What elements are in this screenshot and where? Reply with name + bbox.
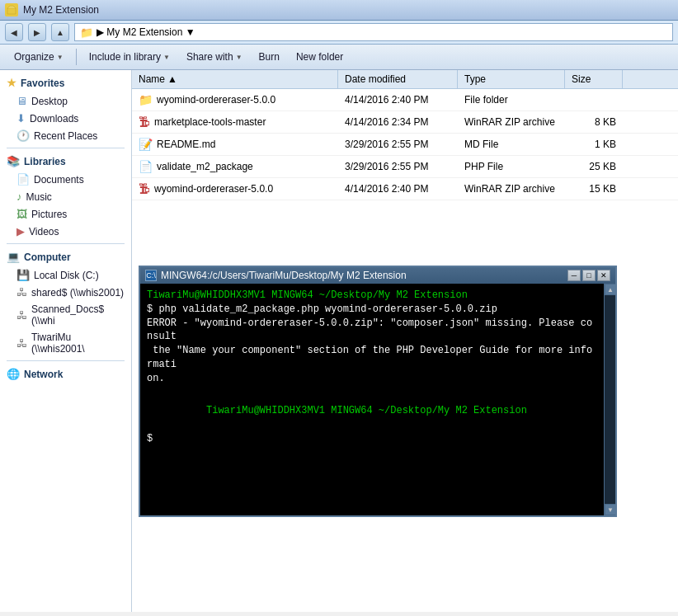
toolbar: Organize ▼ Include in library ▼ Share wi…	[0, 45, 678, 70]
table-row[interactable]: 📝 README.md 3/29/2016 2:55 PM MD File 1 …	[132, 134, 678, 156]
terminal-title: MINGW64:/c/Users/TiwariMu/Desktop/My M2 …	[161, 270, 407, 281]
computer-header[interactable]: 💻 Computer	[0, 247, 131, 266]
zip-icon-1: 🗜	[139, 115, 150, 129]
up-button[interactable]: ▲	[51, 23, 69, 41]
network-label: Network	[24, 369, 63, 380]
favorites-label: Favorites	[21, 78, 64, 89]
col-header-size[interactable]: Size	[565, 70, 623, 88]
sidebar-item-shared3[interactable]: 🖧 TiwariMu (\\whis2001\	[0, 329, 131, 357]
sidebar-item-downloads[interactable]: ⬇ Downloads	[0, 110, 131, 127]
videos-icon: ▶	[16, 225, 25, 237]
share-with-button[interactable]: Share with ▼	[179, 48, 250, 66]
file-size-4: 15 KB	[565, 181, 623, 196]
sidebar-item-shared1-label: shared$ (\\whis2001)	[31, 287, 124, 299]
new-folder-button[interactable]: New folder	[289, 48, 351, 66]
table-row[interactable]: 📄 validate_m2_package 3/29/2016 2:55 PM …	[132, 156, 678, 178]
shared3-icon: 🖧	[16, 337, 27, 350]
zip-icon-4: 🗜	[139, 182, 150, 195]
favorites-header[interactable]: ★ Favorites	[0, 73, 131, 92]
file-date-4: 4/14/2016 2:40 PM	[338, 181, 458, 196]
music-icon: ♪	[16, 190, 22, 203]
address-path: ▶ My M2 Extension ▼	[97, 26, 195, 38]
forward-button[interactable]: ▶	[28, 23, 46, 41]
svg-rect-0	[7, 8, 16, 14]
toolbar-separator-1	[76, 49, 77, 65]
file-type-3: PHP File	[458, 159, 565, 174]
table-row[interactable]: 🗜 marketplace-tools-master 4/14/2016 2:3…	[132, 111, 678, 134]
terminal-close-button[interactable]: ✕	[597, 270, 610, 281]
back-button[interactable]: ◀	[5, 23, 23, 41]
file-date-2: 3/29/2016 2:55 PM	[338, 137, 458, 152]
computer-section: 💻 Computer 💾 Local Disk (C:) 🖧 shared$ (…	[0, 247, 131, 357]
sidebar-divider-2	[7, 243, 125, 244]
terminal-window: C:\ MINGW64:/c/Users/TiwariMu/Desktop/My…	[139, 266, 617, 517]
sidebar-item-shared1[interactable]: 🖧 shared$ (\\whis2001)	[0, 284, 131, 301]
sidebar-item-documents[interactable]: 📄 Documents	[0, 171, 131, 188]
address-input[interactable]: 📁 ▶ My M2 Extension ▼	[74, 23, 673, 41]
terminal-prompt-1: TiwariMu@WHIDDHX3MV1 MINGW64 ~/Desktop/M…	[147, 289, 597, 303]
organize-dropdown-arrow: ▼	[57, 54, 64, 61]
burn-button[interactable]: Burn	[252, 48, 287, 66]
terminal-prompt-2-text: TiwariMu@WHIDDHX3MV1 MINGW64 ~/Desktop/M…	[206, 405, 527, 416]
file-type-0: File folder	[458, 92, 565, 107]
col-header-date[interactable]: Date modified	[338, 70, 458, 88]
file-date-3: 3/29/2016 2:55 PM	[338, 159, 458, 174]
file-name-3: 📄 validate_m2_package	[132, 158, 338, 175]
window-title: My M2 Extension	[23, 4, 99, 16]
share-with-label: Share with	[186, 51, 233, 63]
libraries-folder-icon: 📚	[7, 155, 20, 167]
share-with-dropdown-arrow: ▼	[236, 54, 242, 61]
organize-button[interactable]: Organize ▼	[7, 48, 71, 66]
sidebar-item-videos[interactable]: ▶ Videos	[0, 223, 131, 240]
terminal-scroll-down[interactable]: ▼	[605, 504, 615, 515]
include-library-button[interactable]: Include in library ▼	[82, 48, 177, 66]
terminal-titlebar: C:\ MINGW64:/c/Users/TiwariMu/Desktop/My…	[140, 267, 615, 284]
favorites-star-icon: ★	[7, 77, 16, 89]
libraries-header[interactable]: 📚 Libraries	[0, 152, 131, 171]
terminal-scroll-up[interactable]: ▲	[605, 284, 615, 295]
sidebar-item-videos-label: Videos	[29, 226, 59, 237]
table-row[interactable]: 🗜 wyomind-ordereraser-5.0.0 4/14/2016 2:…	[132, 178, 678, 200]
computer-icon: 💻	[7, 251, 20, 263]
network-section: 🌐 Network	[0, 364, 131, 383]
sidebar-item-localdisk[interactable]: 💾 Local Disk (C:)	[0, 266, 131, 284]
terminal-restore-button[interactable]: □	[582, 270, 596, 281]
sidebar-divider-3	[7, 360, 125, 361]
network-header[interactable]: 🌐 Network	[0, 364, 131, 383]
sidebar-item-music[interactable]: ♪ Music	[0, 188, 131, 205]
terminal-scrollbar[interactable]: ▲ ▼	[604, 284, 615, 515]
burn-label: Burn	[259, 51, 280, 63]
sidebar-item-recent[interactable]: 🕐 Recent Places	[0, 127, 131, 144]
terminal-body[interactable]: TiwariMu@WHIDDHX3MV1 MINGW64 ~/Desktop/M…	[140, 284, 604, 515]
sidebar-divider-1	[7, 148, 125, 148]
libraries-label: Libraries	[24, 156, 66, 167]
file-size-0	[565, 98, 623, 101]
md-icon-2: 📝	[139, 138, 153, 151]
col-header-type[interactable]: Type	[458, 70, 565, 88]
address-bar: ◀ ▶ ▲ 📁 ▶ My M2 Extension ▼	[0, 21, 678, 45]
file-date-0: 4/14/2016 2:40 PM	[338, 92, 458, 107]
folder-icon-0: 📁	[139, 93, 153, 106]
include-library-label: Include in library	[89, 51, 161, 63]
sidebar-item-documents-label: Documents	[34, 174, 84, 186]
computer-label: Computer	[24, 252, 71, 263]
file-name-0: 📁 wyomind-ordereraser-5.0.0	[132, 92, 338, 108]
favorites-section: ★ Favorites 🖥 Desktop ⬇ Downloads 🕐 Rece…	[0, 73, 131, 144]
sidebar-item-pictures[interactable]: 🖼 Pictures	[0, 205, 131, 223]
network-icon: 🌐	[7, 368, 20, 380]
col-header-name[interactable]: Name ▲	[132, 70, 338, 88]
sidebar-item-desktop[interactable]: 🖥 Desktop	[0, 92, 131, 110]
organize-label: Organize	[14, 51, 54, 63]
terminal-content: TiwariMu@WHIDDHX3MV1 MINGW64 ~/Desktop/M…	[140, 284, 615, 515]
localdisk-icon: 💾	[16, 269, 30, 281]
terminal-error-3: on.	[147, 372, 597, 386]
file-size-2: 1 KB	[565, 137, 623, 152]
file-list-header: Name ▲ Date modified Type Size	[132, 70, 678, 89]
terminal-error-1: ERROR - "wyomind-ordereraser-5.0.0.zip":…	[147, 317, 597, 345]
table-row[interactable]: 📁 wyomind-ordereraser-5.0.0 4/14/2016 2:…	[132, 89, 678, 111]
terminal-minimize-button[interactable]: ─	[567, 270, 581, 281]
file-date-1: 4/14/2016 2:34 PM	[338, 115, 458, 129]
terminal-title-buttons: ─ □ ✕	[567, 270, 610, 281]
file-name-1: 🗜 marketplace-tools-master	[132, 114, 338, 130]
sidebar-item-shared2[interactable]: 🖧 Scanned_Docs$ (\\whi	[0, 301, 131, 329]
